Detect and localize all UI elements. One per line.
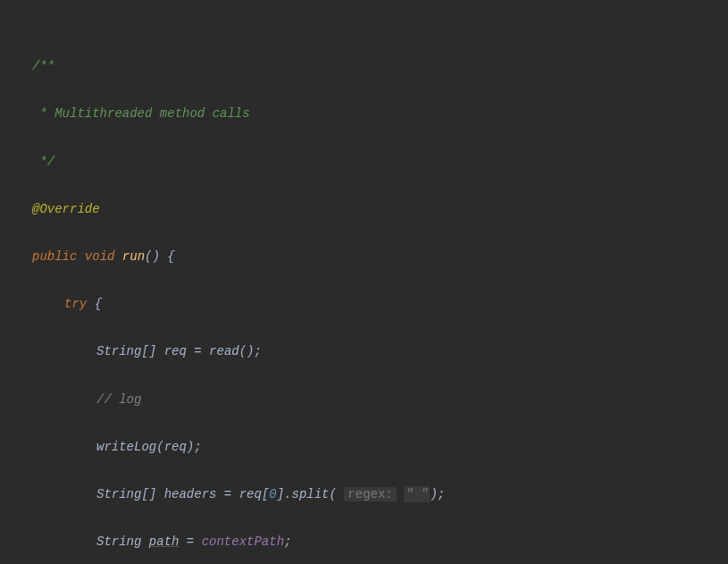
annotation: @Override <box>32 202 100 216</box>
code-editor[interactable]: /** * Multithreaded method calls */ @Ove… <box>0 0 728 564</box>
field: contextPath <box>202 535 284 549</box>
code-line: writeLog(req); <box>0 435 728 459</box>
identifier: headers <box>164 487 217 501</box>
code-line: public void run() { <box>0 245 728 269</box>
doc-comment: */ <box>32 155 54 169</box>
param-hint: regex: <box>344 487 396 501</box>
doc-comment: * Multithreaded method calls <box>32 106 250 121</box>
code-line: @Override <box>0 198 728 222</box>
type: String <box>96 535 141 549</box>
code-line: String path = contextPath; <box>0 530 728 554</box>
method-call: split <box>292 487 330 501</box>
code-line: try { <box>0 292 728 316</box>
type: String <box>96 487 141 501</box>
method-call: writeLog <box>96 440 156 454</box>
code-line: * Multithreaded method calls <box>0 102 728 126</box>
method-call: read <box>209 344 239 358</box>
keyword: public <box>32 249 77 264</box>
identifier: req <box>164 344 187 358</box>
keyword: try <box>64 297 87 311</box>
code-line: /** <box>0 55 728 79</box>
type: String <box>96 344 141 358</box>
keyword: void <box>85 249 115 264</box>
code-line: String[] headers = req[0].split( regex: … <box>0 483 728 507</box>
code-line: // log <box>0 388 728 412</box>
code-line: */ <box>0 150 728 174</box>
doc-comment: /** <box>32 59 54 73</box>
method-name: run <box>122 249 145 264</box>
code-line: String[] req = read(); <box>0 340 728 364</box>
line-comment: // log <box>96 392 141 407</box>
number: 0 <box>269 487 276 501</box>
identifier: path <box>149 535 180 549</box>
string-literal: " " <box>404 486 430 502</box>
